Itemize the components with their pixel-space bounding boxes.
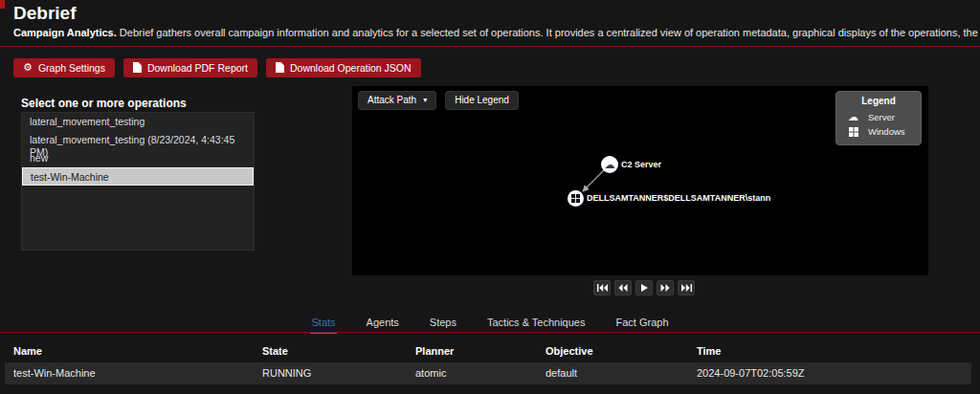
- play-button[interactable]: [635, 280, 653, 296]
- page-description-lead: Campaign Analytics.: [13, 27, 117, 38]
- column-header-planner: Planner: [407, 340, 537, 362]
- cell: test-Win-Machine: [5, 362, 254, 384]
- tab-tactics-techniques[interactable]: Tactics & Techniques: [486, 315, 587, 334]
- corner-accent: [0, 0, 5, 9]
- step-back-button[interactable]: [614, 280, 632, 296]
- graph-node-windows-host[interactable]: [568, 190, 584, 207]
- cell: default: [537, 362, 688, 384]
- operations-select-label: Select one or more operations: [21, 97, 187, 110]
- button-label: Download Operation JSON: [290, 62, 412, 74]
- file-icon: [133, 62, 142, 73]
- stats-table: NameStatePlannerObjectiveTime test-Win-M…: [5, 340, 971, 384]
- page-description-text: Debrief gathers overall campaign informa…: [117, 27, 980, 38]
- column-header-objective: Objective: [537, 340, 688, 362]
- button-label: Graph Settings: [38, 62, 105, 74]
- operations-listbox[interactable]: lateral_movement_testinglateral_movement…: [21, 112, 255, 251]
- step-forward-icon: [660, 284, 670, 292]
- operation-option-test-win-machine[interactable]: test-Win-Machine: [22, 167, 254, 186]
- graph-edges: [352, 86, 928, 275]
- file-icon: [276, 62, 284, 73]
- graph-settings-button[interactable]: ⚙Graph Settings: [13, 58, 115, 77]
- operation-option-lateral-movement-testing[interactable]: lateral_movement_testing: [22, 113, 254, 131]
- column-header-state: State: [254, 340, 407, 362]
- skip-end-icon: [681, 284, 692, 292]
- tab-fact-graph[interactable]: Fact Graph: [614, 315, 669, 334]
- graph-node-c2-server-label: C2 Server: [621, 160, 661, 169]
- cloud-icon: ☁: [605, 160, 615, 170]
- windows-icon: [571, 194, 580, 203]
- cell: 2024-09-07T02:05:59Z: [688, 362, 971, 384]
- column-header-name: Name: [5, 340, 254, 362]
- playback-controls: [593, 280, 695, 296]
- page-description: Campaign Analytics. Debrief gathers over…: [13, 27, 970, 38]
- tab-divider: [0, 332, 980, 333]
- header-divider: [0, 46, 980, 47]
- operation-option-new[interactable]: new: [22, 149, 254, 167]
- cell: RUNNING: [254, 362, 407, 384]
- tab-stats[interactable]: Stats: [310, 315, 336, 334]
- graph-node-c2-server[interactable]: ☁: [601, 156, 618, 173]
- button-label: Download PDF Report: [147, 62, 248, 74]
- tab-agents[interactable]: Agents: [366, 315, 400, 334]
- stats-table-header: NameStatePlannerObjectiveTime: [5, 340, 971, 362]
- step-forward-button[interactable]: [657, 280, 674, 296]
- column-header-time: Time: [688, 340, 971, 362]
- skip-end-button[interactable]: [678, 280, 695, 296]
- cell: atomic: [407, 362, 537, 384]
- gear-icon: ⚙: [23, 62, 33, 73]
- download-pdf-report-button[interactable]: Download PDF Report: [123, 58, 257, 77]
- operation-option-lateral-movement-testing-8-23-2024-4-43-45-pm[interactable]: lateral_movement_testing (8/23/2024, 4:4…: [22, 131, 254, 149]
- download-operation-json-button[interactable]: Download Operation JSON: [266, 58, 421, 77]
- toolbar: ⚙Graph SettingsDownload PDF ReportDownlo…: [13, 58, 421, 77]
- tab-bar: StatsAgentsStepsTactics & TechniquesFact…: [0, 315, 980, 334]
- graph-node-windows-host-label: DELLSAMTANNER$DELLSAMTANNER\stann: [587, 193, 770, 203]
- table-row: test-Win-MachineRUNNINGatomicdefault2024…: [5, 362, 971, 384]
- tab-steps[interactable]: Steps: [429, 315, 457, 334]
- skip-start-button[interactable]: [593, 280, 611, 296]
- step-back-icon: [618, 284, 628, 292]
- skip-start-icon: [597, 284, 608, 292]
- play-icon: [641, 284, 648, 292]
- page-title: Debrief: [13, 3, 76, 24]
- attack-path-graph-panel: Attack Path ▾ Hide Legend Legend ☁Server…: [352, 86, 928, 275]
